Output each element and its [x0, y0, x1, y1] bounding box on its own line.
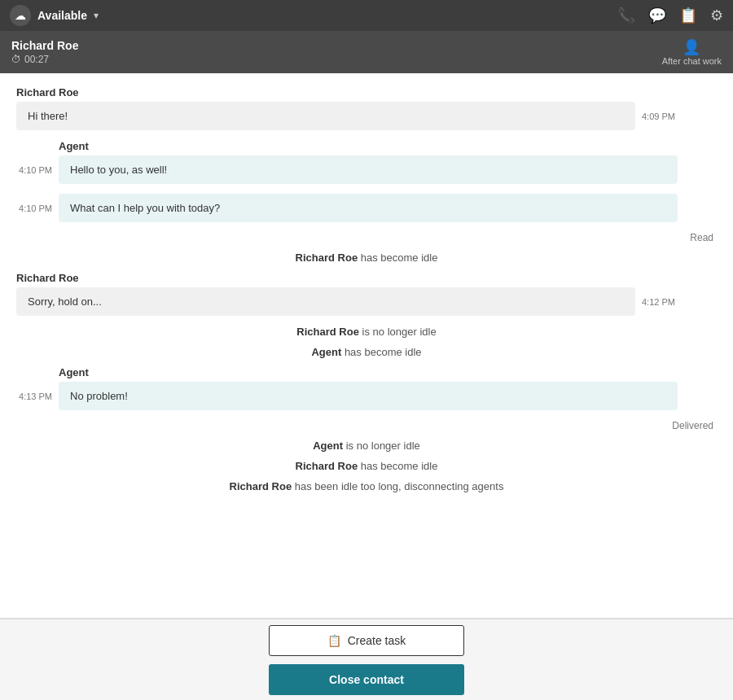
agent-block: 4:10 PM Hello to you, as well! — [16, 155, 717, 184]
system-message: Richard Roe has been idle too long, disc… — [16, 480, 717, 492]
phone-icon[interactable]: 📞 — [617, 7, 635, 24]
contact-name: Richard Roe — [11, 39, 78, 52]
system-text: has become idle — [345, 346, 422, 358]
message-time: 4:10 PM — [16, 165, 52, 175]
system-name: Richard Roe — [230, 480, 292, 492]
delivered-status: Delivered — [16, 420, 717, 431]
agent-block: 4:13 PM No problem! — [16, 382, 717, 410]
top-bar-right: 📞 💬 📋 ⚙ — [617, 7, 723, 24]
agent-bubble: No problem! — [59, 382, 678, 410]
customer-message-row: Hi there! 4:09 PM — [16, 102, 717, 130]
system-name: Richard Roe — [296, 326, 359, 338]
system-name: Agent — [311, 346, 341, 358]
top-bar: ☁ Available ▾ 📞 💬 📋 ⚙ — [0, 0, 733, 31]
system-text: is no longer idle — [346, 440, 420, 452]
person-icon: 👤 — [683, 38, 700, 56]
agent-bubble: What can I help you with today? — [59, 194, 678, 222]
contact-header-left: Richard Roe ⏱ 00:27 — [11, 39, 78, 65]
close-contact-label: Close contact — [329, 673, 404, 686]
agent-message-row: 4:13 PM No problem! — [16, 382, 717, 410]
system-text: has become idle — [361, 252, 438, 264]
close-contact-button[interactable]: Close contact — [269, 664, 464, 695]
system-message: Agent is no longer idle — [16, 440, 717, 452]
timer-value: 00:27 — [24, 54, 49, 65]
system-text: has been idle too long, disconnecting ag… — [295, 480, 504, 492]
message-time: 4:12 PM — [642, 297, 675, 307]
top-bar-left: ☁ Available ▾ — [10, 5, 99, 26]
system-name: Richard Roe — [296, 460, 358, 472]
chat-icon[interactable]: 💬 — [648, 7, 666, 24]
clock-icon: ⏱ — [11, 54, 21, 65]
after-chat-label: After chat work — [662, 56, 722, 66]
contact-header: Richard Roe ⏱ 00:27 👤 After chat work — [0, 31, 733, 73]
agent-message-row: 4:10 PM What can I help you with today? — [16, 194, 717, 222]
read-status: Read — [16, 232, 717, 243]
status-text: Available — [37, 9, 87, 22]
agent-bubble: Hello to you, as well! — [59, 155, 678, 184]
message-time: 4:13 PM — [16, 392, 52, 401]
system-text: has become idle — [361, 460, 438, 472]
after-chat-work: 👤 After chat work — [662, 38, 722, 66]
system-message: Richard Roe has become idle — [16, 252, 717, 264]
customer-message-row: Sorry, hold on... 4:12 PM — [16, 287, 717, 316]
system-text: is no longer idle — [362, 326, 437, 338]
system-message: Richard Roe is no longer idle — [16, 326, 717, 338]
task-icon[interactable]: 📋 — [679, 7, 697, 24]
create-task-button[interactable]: 📋 Create task — [269, 625, 464, 656]
system-name: Agent — [313, 440, 343, 452]
message-time: 4:10 PM — [16, 203, 52, 213]
agent-message-row: 4:10 PM Hello to you, as well! — [16, 155, 717, 184]
create-task-label: Create task — [348, 634, 406, 647]
system-message: Richard Roe has become idle — [16, 460, 717, 472]
agent-name-label: Agent — [59, 366, 717, 378]
customer-block: Richard Roe Sorry, hold on... 4:12 PM — [16, 272, 717, 316]
agent-name-label: Agent — [59, 140, 717, 152]
customer-name-label: Richard Roe — [16, 272, 717, 284]
settings-icon[interactable]: ⚙ — [710, 7, 723, 24]
customer-bubble: Sorry, hold on... — [16, 287, 635, 316]
customer-bubble: Hi there! — [16, 102, 635, 130]
system-message: Agent has become idle — [16, 346, 717, 358]
customer-block: Richard Roe Hi there! 4:09 PM — [16, 86, 717, 130]
customer-name-label: Richard Roe — [16, 86, 717, 98]
message-time: 4:09 PM — [642, 112, 675, 121]
agent-block: 4:10 PM What can I help you with today? — [16, 194, 717, 222]
system-name: Richard Roe — [296, 252, 358, 264]
contact-timer: ⏱ 00:27 — [11, 54, 78, 65]
task-icon: 📋 — [327, 634, 341, 647]
bottom-action-area: 📋 Create task Close contact — [0, 619, 733, 700]
cloud-icon: ☁ — [10, 5, 31, 26]
chat-area: Richard Roe Hi there! 4:09 PM Agent 4:10… — [0, 73, 733, 619]
dropdown-icon[interactable]: ▾ — [94, 10, 99, 21]
